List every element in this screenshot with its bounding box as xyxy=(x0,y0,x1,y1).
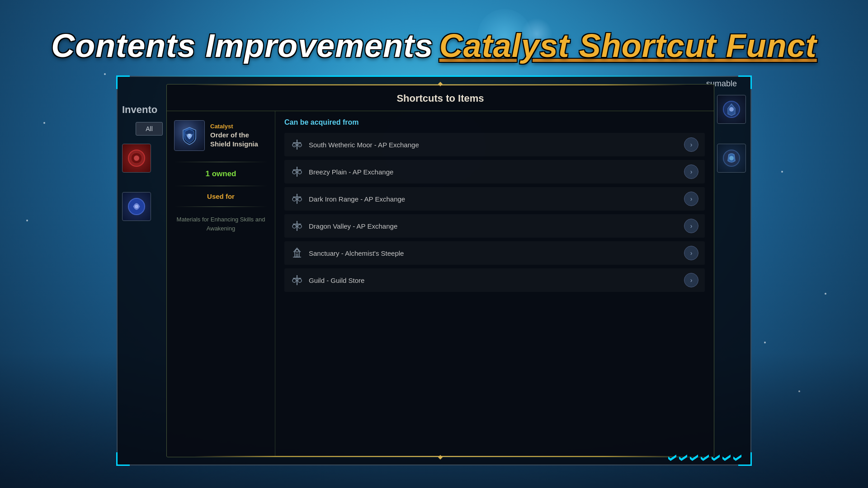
source-row-4[interactable]: Sanctuary - Alchemist's Steeple › xyxy=(284,241,705,265)
source-arrow-3[interactable]: › xyxy=(684,219,698,233)
item-name: Order of the Shield Insignia xyxy=(210,131,268,148)
svg-point-27 xyxy=(296,249,298,252)
separator-3 xyxy=(174,206,268,207)
item-category: Catalyst xyxy=(210,123,268,130)
source-row-2[interactable]: Dark Iron Range - AP Exchange › xyxy=(284,187,705,211)
source-name-0: South Wetheric Moor - AP Exchange xyxy=(309,141,679,149)
title-gold-text: Catalyst Shortcut Funct xyxy=(439,28,817,64)
modal-left-pane: Catalyst Order of the Shield Insignia 1 … xyxy=(167,111,275,456)
source-name-1: Breezy Plain - AP Exchange xyxy=(309,168,679,176)
svg-point-8 xyxy=(729,156,734,160)
inventory-label: Invento xyxy=(122,104,157,116)
svg-rect-18 xyxy=(297,194,297,204)
modal-title: Shortcuts to Items xyxy=(167,84,714,111)
svg-point-16 xyxy=(292,170,296,174)
source-arrow-2[interactable]: › xyxy=(684,192,698,206)
source-row-0[interactable]: South Wetheric Moor - AP Exchange › xyxy=(284,133,705,156)
tick-2 xyxy=(679,455,687,461)
svg-point-6 xyxy=(729,107,734,112)
scale-icon-1 xyxy=(291,165,303,178)
right-item-icon-1 xyxy=(722,99,741,119)
alchemist-icon-4 xyxy=(291,247,303,259)
corner-decoration-tl xyxy=(116,75,130,89)
svg-point-21 xyxy=(298,197,302,201)
source-row-3[interactable]: Dragon Valley - AP Exchange › xyxy=(284,214,705,238)
corner-decoration-bl xyxy=(116,452,130,466)
svg-point-31 xyxy=(298,279,302,282)
scale-icon-0 xyxy=(291,138,303,151)
source-arrow-4[interactable]: › xyxy=(684,246,698,260)
source-name-5: Guild - Guild Store xyxy=(309,277,679,284)
inventory-item-2[interactable]: 3 xyxy=(122,192,151,221)
sparkle xyxy=(764,342,766,343)
separator-1 xyxy=(174,162,268,162)
svg-rect-26 xyxy=(296,253,298,257)
main-panel: Invento All sumable 10 3 xyxy=(117,76,751,465)
source-row-5[interactable]: Guild - Guild Store › xyxy=(284,268,705,292)
svg-point-4 xyxy=(135,205,138,208)
source-arrow-5[interactable]: › xyxy=(684,273,698,287)
shortcuts-modal: Shortcuts to Items xyxy=(166,84,714,457)
source-name-4: Sanctuary - Alchemist's Steeple xyxy=(309,249,679,257)
tick-7 xyxy=(733,455,741,461)
item-display: Catalyst Order of the Shield Insignia xyxy=(174,120,268,151)
right-item-icon-2 xyxy=(722,148,741,168)
sparkle xyxy=(43,122,45,124)
separator-2 xyxy=(174,186,268,186)
modal-right-pane: Can be acquired from South Wether xyxy=(275,111,714,456)
all-filter-button[interactable]: All xyxy=(136,122,163,136)
item-icon-box xyxy=(174,120,205,151)
sparkle xyxy=(781,171,783,173)
modal-body: Catalyst Order of the Shield Insignia 1 … xyxy=(167,111,714,456)
owned-count: 1 owned xyxy=(205,169,236,178)
source-name-2: Dark Iron Range - AP Exchange xyxy=(309,195,679,203)
tick-1 xyxy=(668,455,676,461)
shield-insignia-icon xyxy=(179,126,199,145)
sparkle xyxy=(26,220,28,221)
source-arrow-0[interactable]: › xyxy=(684,137,698,152)
item-icon-1 xyxy=(127,148,146,168)
svg-rect-14 xyxy=(297,167,297,177)
svg-rect-10 xyxy=(297,140,297,150)
source-arrow-1[interactable]: › xyxy=(684,164,698,179)
acquired-from-label: Can be acquired from xyxy=(284,118,705,127)
diamond-bottom xyxy=(438,455,443,460)
tick-6 xyxy=(722,455,731,461)
svg-point-24 xyxy=(292,225,296,228)
inventory-item-right-2[interactable]: 61 xyxy=(717,144,746,173)
svg-rect-28 xyxy=(297,275,297,285)
svg-point-2 xyxy=(134,155,139,161)
inventory-item-1[interactable]: 10 xyxy=(122,144,151,173)
svg-point-25 xyxy=(298,225,302,228)
tick-3 xyxy=(690,455,698,461)
scale-icon-3 xyxy=(291,220,303,232)
svg-point-17 xyxy=(298,170,302,174)
title-white-text: Contents Improvements xyxy=(51,28,433,64)
item-icon-2 xyxy=(127,197,146,216)
bottom-bar-ticks xyxy=(668,455,741,461)
tick-5 xyxy=(712,455,720,461)
svg-point-20 xyxy=(292,197,296,201)
used-for-description: Materials for Enhancing Skills and Awake… xyxy=(174,215,268,233)
sparkle xyxy=(825,293,826,295)
inventory-item-right-1[interactable] xyxy=(717,95,746,124)
scale-icon-2 xyxy=(291,192,303,205)
source-name-3: Dragon Valley - AP Exchange xyxy=(309,222,679,230)
scale-icon-5 xyxy=(291,274,303,286)
corner-decoration-tr xyxy=(738,75,752,89)
used-for-label: Used for xyxy=(207,192,235,200)
title-bar: Contents Improvements Catalyst Shortcut … xyxy=(0,27,868,64)
item-name-block: Catalyst Order of the Shield Insignia xyxy=(210,123,268,148)
svg-point-30 xyxy=(292,279,296,282)
source-row-1[interactable]: Breezy Plain - AP Exchange › xyxy=(284,160,705,183)
svg-rect-22 xyxy=(297,221,297,231)
tick-4 xyxy=(701,455,709,461)
